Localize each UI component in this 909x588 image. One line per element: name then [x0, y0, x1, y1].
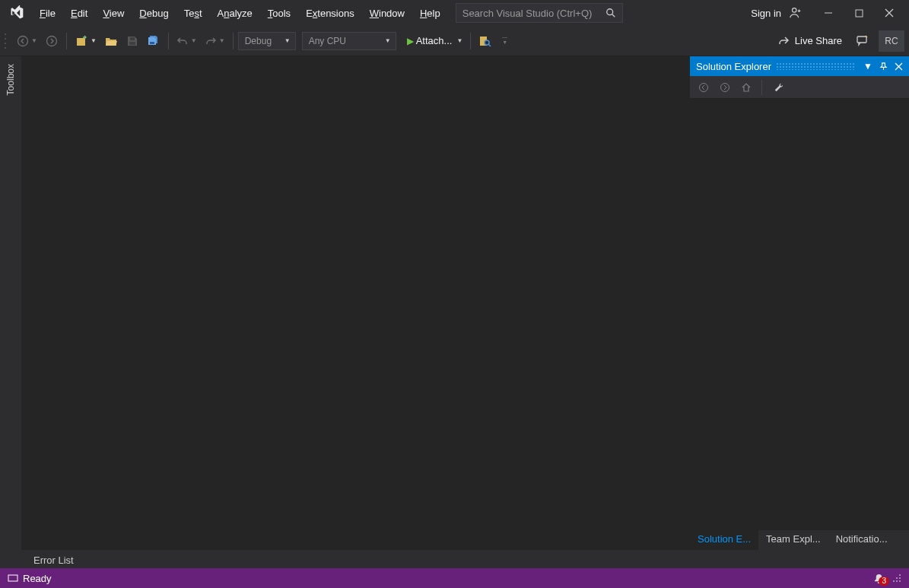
home-icon[interactable]: [737, 78, 755, 97]
menu-extensions[interactable]: Extensions: [298, 3, 362, 24]
platform-value: Any CPU: [309, 36, 346, 46]
menu-view[interactable]: View: [95, 3, 132, 24]
panel-body: [690, 99, 909, 530]
maximize-button[interactable]: [844, 2, 874, 24]
status-ready: Ready: [8, 573, 52, 584]
search-placeholder: Search Visual Studio (Ctrl+Q): [462, 8, 593, 19]
panel-title-text: Solution Explorer: [696, 61, 771, 72]
solution-explorer-panel: Solution Explorer ▼ Solution E... Team E…: [690, 56, 909, 550]
toolbar-overflow-button[interactable]: ▼: [497, 31, 510, 51]
tab-solution-explorer[interactable]: Solution E...: [690, 530, 758, 550]
svg-rect-12: [150, 42, 154, 44]
notifications-button[interactable]: 3: [873, 573, 885, 584]
resize-grip-icon[interactable]: [892, 574, 901, 583]
svg-point-0: [606, 9, 612, 15]
tab-team-explorer[interactable]: Team Expl...: [758, 530, 828, 550]
status-mode-icon: [8, 573, 18, 583]
find-in-files-button[interactable]: [475, 31, 495, 51]
save-all-button[interactable]: [144, 31, 164, 51]
main-toolbar: ▼ ▼ ▼ ▼ Debug▼ Any CPU▼ ▶Attach...▼ ▼ Li…: [0, 26, 909, 56]
menu-debug[interactable]: Debug: [132, 3, 176, 24]
user-icon[interactable]: [786, 3, 806, 23]
svg-rect-21: [8, 575, 17, 581]
svg-rect-11: [130, 37, 135, 40]
svg-line-1: [612, 14, 615, 17]
notification-count: 3: [879, 577, 889, 586]
panel-back-icon[interactable]: [694, 78, 713, 97]
svg-point-22: [899, 574, 901, 576]
share-icon: [778, 35, 790, 47]
bottom-dock: Error List: [0, 550, 909, 568]
menu-test[interactable]: Test: [176, 3, 210, 24]
minimize-button[interactable]: [813, 2, 844, 24]
panel-title-bar[interactable]: Solution Explorer ▼: [690, 56, 909, 76]
open-file-button[interactable]: [101, 31, 121, 51]
menu-analyze[interactable]: Analyze: [210, 3, 260, 24]
toolbar-separator: [470, 33, 471, 49]
svg-point-27: [893, 580, 895, 582]
vs-logo-icon: [6, 2, 27, 24]
left-dock: Toolbox: [0, 56, 21, 550]
menu-edit[interactable]: Edit: [63, 3, 95, 24]
quick-launch-search[interactable]: Search Visual Studio (Ctrl+Q): [456, 3, 623, 23]
menu-file[interactable]: File: [32, 3, 63, 24]
tab-notifications[interactable]: Notificatio...: [828, 530, 895, 550]
svg-rect-10: [129, 42, 135, 45]
editor-area: [21, 56, 690, 550]
release-badge[interactable]: RC: [879, 30, 904, 52]
properties-icon[interactable]: [768, 78, 787, 97]
toolbar-separator: [168, 33, 169, 49]
menu-tools[interactable]: Tools: [260, 3, 298, 24]
svg-point-25: [899, 580, 901, 582]
nav-forward-button[interactable]: [42, 31, 62, 51]
panel-separator: [761, 80, 762, 95]
svg-line-15: [488, 44, 491, 46]
toolbox-tab[interactable]: Toolbox: [4, 59, 17, 100]
undo-button[interactable]: ▼: [173, 31, 200, 51]
svg-point-23: [899, 577, 901, 579]
toolbar-separator: [233, 33, 234, 49]
search-icon: [605, 8, 616, 18]
menu-help[interactable]: Help: [412, 3, 448, 24]
panel-grip[interactable]: [776, 62, 856, 70]
svg-point-8: [46, 36, 56, 46]
error-list-tab[interactable]: Error List: [26, 552, 81, 568]
start-debug-button[interactable]: ▶Attach...▼: [404, 31, 466, 51]
config-value: Debug: [245, 36, 272, 46]
solution-platform-combo[interactable]: Any CPU▼: [302, 32, 396, 50]
redo-button[interactable]: ▼: [202, 31, 228, 51]
svg-point-7: [18, 36, 28, 46]
panel-dropdown-icon[interactable]: ▼: [860, 59, 876, 74]
new-project-button[interactable]: ▼: [72, 31, 100, 51]
svg-point-24: [896, 577, 898, 579]
svg-point-26: [896, 580, 898, 582]
toolbar-separator: [66, 33, 67, 49]
nav-back-button[interactable]: ▼: [14, 31, 40, 51]
solution-config-combo[interactable]: Debug▼: [238, 32, 296, 50]
status-bar: Ready 3: [0, 568, 909, 588]
pin-icon[interactable]: [876, 59, 891, 74]
panel-tabs: Solution E... Team Expl... Notificatio..…: [690, 530, 909, 550]
panel-toolbar: [690, 76, 909, 99]
main-area: Toolbox Solution Explorer ▼ Solution E..…: [0, 56, 909, 550]
svg-point-19: [700, 83, 708, 91]
svg-point-20: [721, 83, 729, 91]
panel-forward-icon[interactable]: [716, 78, 734, 97]
svg-rect-9: [77, 38, 85, 46]
live-share-button[interactable]: Live Share: [774, 35, 847, 47]
panel-close-icon[interactable]: [891, 59, 906, 74]
save-button[interactable]: [122, 31, 142, 51]
title-bar: File Edit View Debug Test Analyze Tools …: [0, 0, 909, 26]
liveshare-label: Live Share: [795, 35, 842, 46]
svg-rect-4: [856, 10, 863, 17]
status-text: Ready: [23, 573, 52, 584]
close-button[interactable]: [874, 2, 904, 24]
attach-label: Attach...: [416, 35, 453, 46]
svg-point-2: [793, 8, 796, 12]
toolbar-grip[interactable]: [5, 33, 9, 49]
menu-window[interactable]: Window: [362, 3, 412, 24]
svg-rect-16: [857, 37, 866, 43]
window-controls: [813, 2, 904, 24]
sign-in-link[interactable]: Sign in: [751, 8, 781, 19]
feedback-button[interactable]: [853, 31, 872, 51]
